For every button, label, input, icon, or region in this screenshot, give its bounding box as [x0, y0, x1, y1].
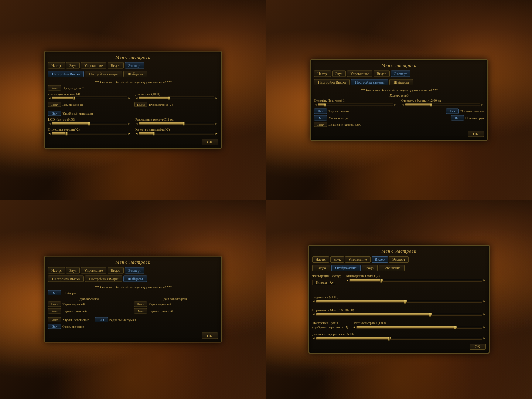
tab-nastro-3[interactable]: Настр. [48, 267, 65, 274]
toggle-travel[interactable]: Выкл [134, 102, 147, 107]
texres-right[interactable]: ► [215, 122, 218, 125]
ok-button-4[interactable]: OK [470, 344, 486, 350]
toggle-normalmap-obj[interactable]: Выкл [48, 302, 61, 307]
toggle-rotation[interactable]: Выкл [314, 122, 327, 127]
tab-upravlenie-3[interactable]: Управление [81, 267, 106, 274]
tab-video-3[interactable]: Видео [108, 267, 124, 274]
verts-right[interactable]: ► [128, 132, 131, 135]
subtab-shaders-1[interactable]: Шейдеры [123, 71, 147, 77]
lod-left[interactable]: ◄ [48, 122, 51, 125]
subtab-lighting-4[interactable]: Освещение [379, 265, 405, 271]
tab-video-4[interactable]: Видео [372, 256, 388, 263]
tab-expert-1[interactable]: Эксперт [125, 62, 144, 68]
visibility-track[interactable]: ◄ ► [312, 300, 486, 303]
ok-button-2[interactable]: OK [468, 131, 484, 137]
tab-video-1[interactable]: Видео [108, 62, 124, 68]
aniso-left[interactable]: ◄ [346, 278, 349, 282]
fps-left[interactable]: ◄ [312, 312, 315, 316]
grass-density-track[interactable]: ◄ ► [352, 325, 486, 329]
tab-upravlenie-1[interactable]: Управление [81, 62, 106, 68]
landq-left[interactable]: ◄ [135, 132, 138, 135]
toggle-reflectmap-land[interactable]: Выкл [134, 308, 147, 314]
tab-upravlenie-2[interactable]: Управление [347, 70, 372, 77]
toggle-pomesh[interactable]: Выкл [48, 102, 61, 107]
grass-dist-left[interactable]: ◄ [312, 337, 315, 340]
visibility-bar[interactable] [316, 300, 482, 303]
tab-nastro-2[interactable]: Настр. [314, 70, 331, 77]
subtab-camera-1[interactable]: Настройка камеры [85, 71, 122, 77]
clip-track[interactable]: ◄ ► [401, 103, 484, 106]
clip-bar[interactable] [405, 103, 480, 106]
vis-left[interactable]: ◄ [312, 300, 315, 303]
cam-dist-track[interactable]: ◄ ► [314, 103, 397, 106]
toggle-off-1[interactable]: Выкл [48, 85, 61, 90]
tab-expert-3[interactable]: Эксперт [125, 267, 144, 274]
lod-track[interactable]: ◄ ► [48, 122, 131, 125]
tab-video-2[interactable]: Видео [374, 70, 390, 77]
toggle-normalmap-land[interactable]: Выкл [134, 302, 147, 307]
grass-dist-right[interactable]: ► [483, 337, 486, 340]
subtab-shaders-2[interactable]: Шейдеры [389, 79, 413, 85]
verts-bar[interactable] [52, 132, 127, 135]
streams-bar[interactable] [52, 97, 127, 99]
tab-zvuk-1[interactable]: Звук [66, 62, 80, 68]
toggle-reflectmap-obj[interactable]: Выкл [48, 308, 61, 314]
clip-left[interactable]: ◄ [401, 103, 404, 106]
ok-button-1[interactable]: OK [202, 139, 218, 145]
grass-dens-left[interactable]: ◄ [352, 325, 355, 329]
toggle-shoulder[interactable]: Вкл [314, 108, 327, 114]
subtab-water-4[interactable]: Вода [362, 265, 378, 271]
dist-bar[interactable] [139, 97, 214, 99]
subtab-view-2[interactable]: Настройка Вьюха [314, 79, 350, 85]
texres-left[interactable]: ◄ [135, 122, 138, 125]
tab-expert-4[interactable]: Эксперт [389, 256, 409, 263]
fps-bar[interactable] [316, 313, 482, 316]
subtab-display-4[interactable]: Отображение [331, 265, 361, 271]
dist-track[interactable]: ◄ ► [135, 96, 218, 99]
landq-bar[interactable] [139, 132, 214, 135]
filter-dropdown[interactable]: Trilinear [312, 280, 335, 285]
grass-dist-bar[interactable] [316, 337, 482, 340]
grass-dens-right[interactable]: ► [483, 325, 486, 329]
toggle-smartcam[interactable]: Вкл [314, 115, 327, 120]
tab-zvuk-2[interactable]: Звук [332, 70, 346, 77]
toggle-headbob[interactable]: Вкл [446, 108, 459, 114]
subtab-view-3[interactable]: Настройка Вьюха [48, 276, 84, 282]
toggle-shaders[interactable]: Вкл [48, 290, 61, 295]
tab-nastro-1[interactable]: Настр. [48, 62, 65, 68]
ok-button-3[interactable]: OK [202, 333, 218, 339]
tab-zvuk-3[interactable]: Звук [66, 267, 80, 274]
texres-bar[interactable] [139, 122, 214, 125]
streams-track[interactable]: ◄ ► [48, 96, 131, 99]
cam-dist-left[interactable]: ◄ [314, 103, 317, 106]
landq-track[interactable]: ◄ ► [135, 132, 218, 135]
cam-dist-bar[interactable] [318, 103, 393, 106]
subtab-video-4[interactable]: Видео [312, 265, 330, 271]
dist-right-arrow[interactable]: ► [215, 96, 218, 99]
cam-dist-right[interactable]: ► [394, 103, 397, 106]
tab-zvuk-4[interactable]: Звук [330, 256, 344, 263]
aniso-track[interactable]: ◄ ► [346, 278, 486, 282]
aniso-right[interactable]: ► [483, 278, 486, 282]
landq-right[interactable]: ► [215, 132, 218, 135]
subtab-shaders-3[interactable]: Шейдеры [123, 276, 147, 282]
tab-upravlenie-4[interactable]: Управление [345, 256, 370, 263]
lod-bar[interactable] [52, 122, 127, 125]
verts-left[interactable]: ◄ [48, 132, 51, 135]
toggle-landscape[interactable]: Вкл [48, 111, 61, 116]
tab-expert-2[interactable]: Эксперт [391, 70, 410, 77]
clip-right[interactable]: ► [481, 103, 484, 106]
streams-right-arrow[interactable]: ► [128, 96, 131, 99]
grass-density-bar[interactable] [356, 326, 482, 329]
subtab-camera-2[interactable]: Настройка камеры [351, 79, 388, 85]
toggle-fog[interactable]: Вкл [95, 317, 108, 322]
vis-right[interactable]: ► [483, 300, 486, 303]
fps-right[interactable]: ► [483, 312, 486, 316]
verts-track[interactable]: ◄ ► [48, 132, 131, 135]
subtab-view-1[interactable]: Настройка Вьюха [48, 71, 84, 77]
fps-track[interactable]: ◄ ► [312, 312, 486, 316]
toggle-handbob[interactable]: Вкл [451, 115, 464, 120]
lod-right[interactable]: ► [128, 122, 131, 125]
aniso-bar[interactable] [349, 279, 482, 282]
texres-track[interactable]: ◄ ► [135, 122, 218, 125]
